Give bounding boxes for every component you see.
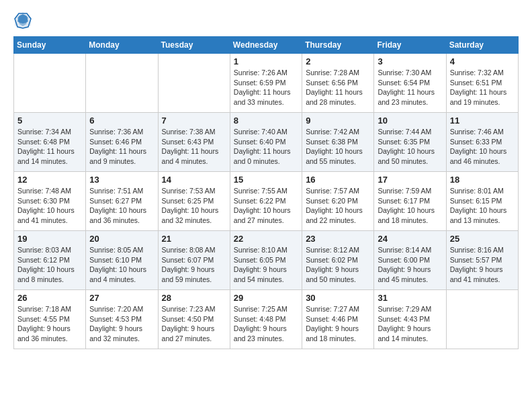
day-number: 7	[162, 116, 226, 126]
calendar-cell: 14Sunrise: 7:53 AM Sunset: 6:25 PM Dayli…	[158, 172, 230, 231]
day-number: 9	[306, 116, 370, 126]
day-info: Sunrise: 8:05 AM Sunset: 6:10 PM Dayligh…	[89, 245, 154, 285]
day-info: Sunrise: 7:46 AM Sunset: 6:33 PM Dayligh…	[450, 127, 515, 167]
day-info: Sunrise: 8:16 AM Sunset: 5:57 PM Dayligh…	[450, 245, 515, 285]
day-info: Sunrise: 8:03 AM Sunset: 6:12 PM Dayligh…	[17, 245, 82, 285]
day-number: 3	[378, 56, 442, 66]
calendar-cell: 9Sunrise: 7:42 AM Sunset: 6:38 PM Daylig…	[302, 113, 374, 172]
calendar-cell: 23Sunrise: 8:12 AM Sunset: 6:02 PM Dayli…	[302, 231, 374, 290]
page: SundayMondayTuesdayWednesdayThursdayFrid…	[0, 0, 532, 360]
calendar-cell	[14, 54, 86, 113]
day-info: Sunrise: 7:34 AM Sunset: 6:48 PM Dayligh…	[17, 127, 82, 167]
calendar-cell: 27Sunrise: 7:20 AM Sunset: 4:53 PM Dayli…	[86, 290, 158, 349]
day-number: 24	[378, 234, 442, 244]
day-header-saturday: Saturday	[446, 37, 518, 54]
calendar-cell: 21Sunrise: 8:08 AM Sunset: 6:07 PM Dayli…	[158, 231, 230, 290]
day-number: 15	[234, 175, 298, 185]
day-number: 30	[306, 293, 370, 303]
day-header-thursday: Thursday	[302, 37, 374, 54]
day-info: Sunrise: 7:27 AM Sunset: 4:46 PM Dayligh…	[306, 304, 370, 344]
day-number: 29	[234, 293, 298, 303]
calendar-cell: 24Sunrise: 8:14 AM Sunset: 6:00 PM Dayli…	[374, 231, 446, 290]
day-header-friday: Friday	[374, 37, 446, 54]
calendar-cell: 4Sunrise: 7:32 AM Sunset: 6:51 PM Daylig…	[446, 54, 518, 113]
day-number: 13	[89, 175, 154, 185]
calendar-cell: 5Sunrise: 7:34 AM Sunset: 6:48 PM Daylig…	[14, 113, 86, 172]
day-info: Sunrise: 7:30 AM Sunset: 6:54 PM Dayligh…	[378, 68, 442, 107]
calendar-cell: 2Sunrise: 7:28 AM Sunset: 6:56 PM Daylig…	[302, 54, 374, 113]
day-number: 10	[378, 116, 442, 126]
day-info: Sunrise: 7:51 AM Sunset: 6:27 PM Dayligh…	[89, 186, 154, 226]
day-number: 28	[162, 293, 226, 303]
day-number: 12	[17, 175, 82, 185]
calendar-cell: 15Sunrise: 7:55 AM Sunset: 6:22 PM Dayli…	[230, 172, 302, 231]
logo-icon	[13, 11, 32, 30]
calendar-cell: 25Sunrise: 8:16 AM Sunset: 5:57 PM Dayli…	[446, 231, 518, 290]
day-info: Sunrise: 7:25 AM Sunset: 4:48 PM Dayligh…	[234, 304, 298, 344]
day-info: Sunrise: 7:29 AM Sunset: 4:43 PM Dayligh…	[378, 304, 442, 344]
calendar-cell	[158, 54, 230, 113]
day-number: 25	[450, 234, 515, 244]
day-info: Sunrise: 7:48 AM Sunset: 6:30 PM Dayligh…	[17, 186, 82, 226]
calendar-cell: 19Sunrise: 8:03 AM Sunset: 6:12 PM Dayli…	[14, 231, 86, 290]
day-info: Sunrise: 7:53 AM Sunset: 6:25 PM Dayligh…	[162, 186, 226, 226]
day-number: 8	[234, 116, 298, 126]
day-info: Sunrise: 8:12 AM Sunset: 6:02 PM Dayligh…	[306, 245, 370, 285]
day-number: 14	[162, 175, 226, 185]
day-number: 5	[17, 116, 82, 126]
day-info: Sunrise: 8:10 AM Sunset: 6:05 PM Dayligh…	[234, 245, 298, 285]
day-info: Sunrise: 7:36 AM Sunset: 6:46 PM Dayligh…	[89, 127, 154, 167]
calendar-cell: 30Sunrise: 7:27 AM Sunset: 4:46 PM Dayli…	[302, 290, 374, 349]
day-number: 26	[17, 293, 82, 303]
day-number: 11	[450, 116, 515, 126]
day-number: 6	[89, 116, 154, 126]
day-info: Sunrise: 7:40 AM Sunset: 6:40 PM Dayligh…	[234, 127, 298, 167]
day-info: Sunrise: 7:44 AM Sunset: 6:35 PM Dayligh…	[378, 127, 442, 167]
day-info: Sunrise: 7:28 AM Sunset: 6:56 PM Dayligh…	[306, 68, 370, 107]
calendar-cell: 7Sunrise: 7:38 AM Sunset: 6:43 PM Daylig…	[158, 113, 230, 172]
calendar-cell: 13Sunrise: 7:51 AM Sunset: 6:27 PM Dayli…	[86, 172, 158, 231]
day-info: Sunrise: 7:55 AM Sunset: 6:22 PM Dayligh…	[234, 186, 298, 226]
day-info: Sunrise: 7:32 AM Sunset: 6:51 PM Dayligh…	[450, 68, 515, 107]
calendar-week-row: 5Sunrise: 7:34 AM Sunset: 6:48 PM Daylig…	[14, 113, 519, 172]
day-header-wednesday: Wednesday	[230, 37, 302, 54]
calendar-cell: 29Sunrise: 7:25 AM Sunset: 4:48 PM Dayli…	[230, 290, 302, 349]
day-number: 4	[450, 56, 515, 66]
day-info: Sunrise: 7:26 AM Sunset: 6:59 PM Dayligh…	[234, 68, 298, 107]
calendar-cell: 26Sunrise: 7:18 AM Sunset: 4:55 PM Dayli…	[14, 290, 86, 349]
day-number: 27	[89, 293, 154, 303]
calendar-cell: 28Sunrise: 7:23 AM Sunset: 4:50 PM Dayli…	[158, 290, 230, 349]
logo	[13, 11, 34, 30]
calendar-cell: 3Sunrise: 7:30 AM Sunset: 6:54 PM Daylig…	[374, 54, 446, 113]
calendar-cell: 22Sunrise: 8:10 AM Sunset: 6:05 PM Dayli…	[230, 231, 302, 290]
day-number: 19	[17, 234, 82, 244]
day-number: 23	[306, 234, 370, 244]
calendar-cell: 8Sunrise: 7:40 AM Sunset: 6:40 PM Daylig…	[230, 113, 302, 172]
calendar-cell: 6Sunrise: 7:36 AM Sunset: 6:46 PM Daylig…	[86, 113, 158, 172]
day-number: 22	[234, 234, 298, 244]
day-info: Sunrise: 7:20 AM Sunset: 4:53 PM Dayligh…	[89, 304, 154, 344]
day-header-monday: Monday	[86, 37, 158, 54]
day-info: Sunrise: 8:08 AM Sunset: 6:07 PM Dayligh…	[162, 245, 226, 285]
calendar-week-row: 19Sunrise: 8:03 AM Sunset: 6:12 PM Dayli…	[14, 231, 519, 290]
calendar-cell: 16Sunrise: 7:57 AM Sunset: 6:20 PM Dayli…	[302, 172, 374, 231]
calendar-cell: 10Sunrise: 7:44 AM Sunset: 6:35 PM Dayli…	[374, 113, 446, 172]
calendar-week-row: 12Sunrise: 7:48 AM Sunset: 6:30 PM Dayli…	[14, 172, 519, 231]
day-info: Sunrise: 7:18 AM Sunset: 4:55 PM Dayligh…	[17, 304, 82, 344]
calendar: SundayMondayTuesdayWednesdayThursdayFrid…	[13, 36, 519, 349]
calendar-cell: 31Sunrise: 7:29 AM Sunset: 4:43 PM Dayli…	[374, 290, 446, 349]
calendar-cell: 11Sunrise: 7:46 AM Sunset: 6:33 PM Dayli…	[446, 113, 518, 172]
calendar-week-row: 1Sunrise: 7:26 AM Sunset: 6:59 PM Daylig…	[14, 54, 519, 113]
calendar-cell	[86, 54, 158, 113]
day-number: 31	[378, 293, 442, 303]
day-info: Sunrise: 7:57 AM Sunset: 6:20 PM Dayligh…	[306, 186, 370, 226]
day-number: 21	[162, 234, 226, 244]
day-number: 17	[378, 175, 442, 185]
header	[13, 11, 519, 30]
day-number: 16	[306, 175, 370, 185]
day-info: Sunrise: 7:59 AM Sunset: 6:17 PM Dayligh…	[378, 186, 442, 226]
calendar-cell: 18Sunrise: 8:01 AM Sunset: 6:15 PM Dayli…	[446, 172, 518, 231]
day-info: Sunrise: 8:14 AM Sunset: 6:00 PM Dayligh…	[378, 245, 442, 285]
calendar-cell	[446, 290, 518, 349]
calendar-cell: 1Sunrise: 7:26 AM Sunset: 6:59 PM Daylig…	[230, 54, 302, 113]
